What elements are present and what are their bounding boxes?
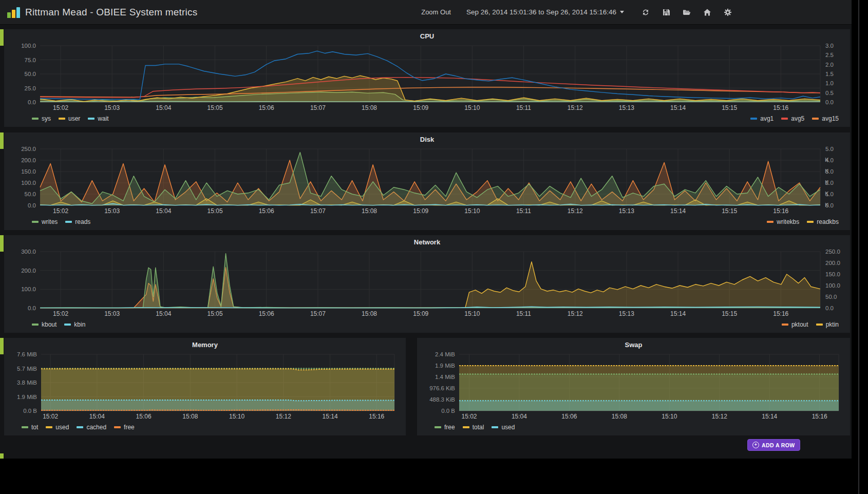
svg-text:100.0: 100.0 <box>21 43 36 49</box>
legend-item-pktout[interactable]: pktout <box>782 321 808 328</box>
svg-text:15:03: 15:03 <box>104 104 120 111</box>
svg-text:15:04: 15:04 <box>156 310 171 317</box>
network-panel: Network 15:0215:0315:0415:0515:0615:0715… <box>4 235 850 333</box>
disk-chart[interactable]: 15:0215:0315:0415:0515:0615:0715:0815:09… <box>8 145 846 216</box>
svg-text:5.7 MiB: 5.7 MiB <box>17 366 37 372</box>
legend-item-user[interactable]: user <box>59 115 80 122</box>
network-chart[interactable]: 15:0215:0315:0415:0515:0615:0715:0815:09… <box>8 248 846 318</box>
svg-text:15:13: 15:13 <box>619 207 634 215</box>
legend-swatch <box>22 426 28 428</box>
dashboard-title[interactable]: Rittman Mead - OBIEE System metrics <box>25 7 421 18</box>
svg-text:1.5: 1.5 <box>825 71 834 77</box>
legend-item-pktin[interactable]: pktin <box>816 321 839 328</box>
svg-text:15:06: 15:06 <box>259 104 274 111</box>
svg-text:50.0: 50.0 <box>25 71 36 77</box>
svg-text:1.9 MiB: 1.9 MiB <box>17 394 37 400</box>
open-folder-icon[interactable] <box>683 8 691 16</box>
row-toggle-tab-memory[interactable] <box>0 338 4 354</box>
svg-text:15:06: 15:06 <box>136 413 152 420</box>
legend-label: kbout <box>42 321 56 328</box>
legend-item-kbout[interactable]: kbout <box>32 321 56 328</box>
legend-swatch <box>64 324 71 326</box>
save-icon[interactable] <box>662 8 670 16</box>
svg-text:15:09: 15:09 <box>413 310 428 317</box>
row-toggle-tab-network[interactable] <box>0 235 4 252</box>
svg-text:15:12: 15:12 <box>276 413 291 420</box>
svg-text:488.3 KiB: 488.3 KiB <box>429 396 455 403</box>
legend-item-avg5[interactable]: avg5 <box>781 115 804 122</box>
legend-label: reads <box>75 218 90 225</box>
row-toggle-tab-disk[interactable] <box>0 132 4 149</box>
svg-text:15:11: 15:11 <box>516 310 531 317</box>
svg-text:2.5: 2.5 <box>825 52 834 58</box>
disk-panel-title[interactable]: Disk <box>8 134 846 145</box>
row-toggle-tab-new-row[interactable] <box>0 453 4 459</box>
legend-label: wait <box>98 115 108 122</box>
row-toggle-tab-cpu[interactable] <box>0 29 4 46</box>
disk-legend-right: writekbsreadkbs <box>759 218 839 225</box>
cpu-legend-left: sysuserwait <box>32 115 117 122</box>
swap-panel-title[interactable]: Swap <box>421 339 846 350</box>
svg-text:15:06: 15:06 <box>561 413 577 420</box>
cpu-panel: CPU 15:0215:0315:0415:0515:0615:0715:081… <box>4 29 850 127</box>
refresh-icon[interactable] <box>641 8 650 16</box>
legend-item-used[interactable]: used <box>492 424 515 431</box>
legend-item-wait[interactable]: wait <box>88 115 108 122</box>
svg-text:15:02: 15:02 <box>53 104 68 111</box>
grafana-logo-icon[interactable] <box>7 7 20 18</box>
svg-text:250.0: 250.0 <box>825 249 840 255</box>
dashboard: Rittman Mead - OBIEE System metrics Zoom… <box>0 0 852 459</box>
svg-text:300.0: 300.0 <box>21 249 36 255</box>
legend-item-total[interactable]: total <box>463 424 484 431</box>
svg-text:15:10: 15:10 <box>464 104 480 111</box>
svg-text:15:13: 15:13 <box>619 310 634 317</box>
legend-item-tot[interactable]: tot <box>22 424 38 431</box>
add-row-label: ADD A ROW <box>762 442 795 448</box>
memory-chart[interactable]: 15:0215:0415:0615:0815:1015:1215:1415:16… <box>8 350 402 421</box>
legend-swatch <box>767 221 773 223</box>
legend-item-reads[interactable]: reads <box>65 218 90 225</box>
cpu-panel-title[interactable]: CPU <box>8 31 846 42</box>
legend-item-avg15[interactable]: avg15 <box>812 115 839 122</box>
legend-label: sys <box>42 115 51 122</box>
svg-text:15:07: 15:07 <box>310 104 326 111</box>
add-row-button[interactable]: + ADD A ROW <box>747 439 800 451</box>
svg-text:0.0: 0.0 <box>825 305 834 311</box>
legend-label: user <box>68 115 80 122</box>
legend-item-used[interactable]: used <box>46 424 69 431</box>
legend-item-kbin[interactable]: kbin <box>64 321 85 328</box>
svg-text:1.4 MiB: 1.4 MiB <box>435 374 455 380</box>
legend-item-sys[interactable]: sys <box>32 115 51 122</box>
legend-item-cached[interactable]: cached <box>77 424 106 431</box>
settings-icon[interactable] <box>724 8 732 16</box>
svg-text:15:16: 15:16 <box>773 310 788 317</box>
legend-label: avg5 <box>791 115 804 122</box>
legend-item-writes[interactable]: writes <box>32 218 58 225</box>
swap-chart[interactable]: 15:0215:0415:0615:0815:1015:1215:1415:16… <box>421 350 846 421</box>
svg-text:25.0: 25.0 <box>25 85 36 91</box>
legend-swatch <box>32 324 39 326</box>
legend-item-avg1[interactable]: avg1 <box>750 115 773 122</box>
home-icon[interactable] <box>703 8 711 16</box>
scrollbar[interactable] <box>858 0 859 494</box>
zoom-out-button[interactable]: Zoom Out <box>421 8 451 16</box>
cpu-chart[interactable]: 15:0215:0315:0415:0515:0615:0715:0815:09… <box>8 42 846 112</box>
legend-item-free[interactable]: free <box>435 424 455 431</box>
svg-text:15:05: 15:05 <box>207 104 223 111</box>
svg-text:3.0: 3.0 <box>825 43 834 49</box>
svg-text:15:14: 15:14 <box>323 413 338 420</box>
network-panel-title[interactable]: Network <box>8 237 846 248</box>
legend-swatch <box>77 426 83 428</box>
legend-item-readkbs[interactable]: readkbs <box>807 218 839 225</box>
svg-text:15:14: 15:14 <box>670 104 686 111</box>
legend-item-writekbs[interactable]: writekbs <box>767 218 799 225</box>
svg-text:K: K <box>825 191 829 197</box>
time-range-picker[interactable]: Sep 26, 2014 15:01:36 to Sep 26, 2014 15… <box>466 8 624 16</box>
legend-item-free[interactable]: free <box>114 424 135 431</box>
svg-text:15:10: 15:10 <box>464 207 480 215</box>
legend-swatch <box>750 118 757 120</box>
svg-text:3.8 MiB: 3.8 MiB <box>17 379 37 386</box>
svg-text:100.0: 100.0 <box>21 180 36 186</box>
legend-label: pktout <box>791 321 808 328</box>
memory-panel-title[interactable]: Memory <box>8 339 402 350</box>
